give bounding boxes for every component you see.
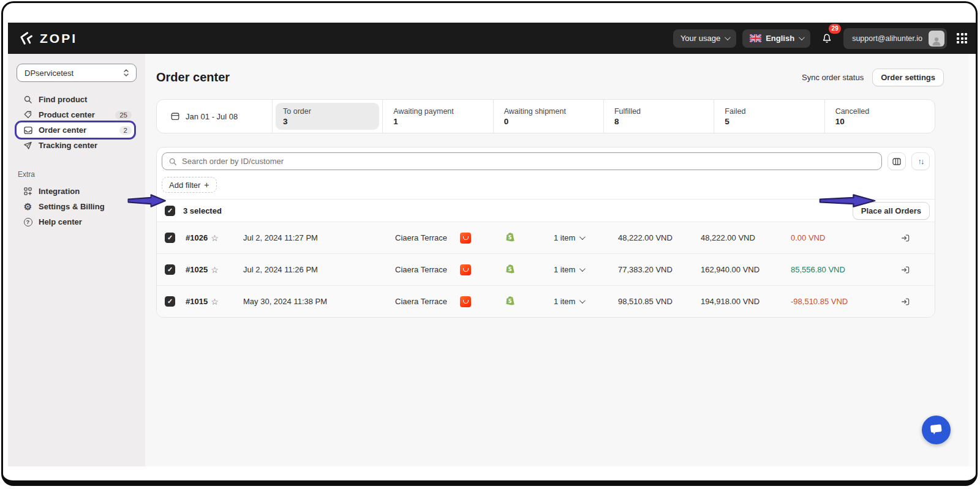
row-checkbox[interactable]: ✓ — [165, 296, 175, 307]
order-cost: 98,510.85 VND — [618, 297, 701, 306]
tab-awaiting-shipment[interactable]: Awaiting shipment 0 — [493, 100, 603, 133]
order-profit: 0.00 VND — [791, 233, 894, 242]
items-dropdown[interactable]: 1 item — [554, 233, 618, 242]
calendar-icon — [170, 111, 180, 121]
chevron-down-icon — [725, 34, 731, 40]
order-date: Jul 2, 2024 11:27 PM — [243, 233, 395, 242]
sidebar-item-order-center[interactable]: Order center 2 — [17, 122, 137, 138]
account-menu[interactable]: support@alihunter.io — [843, 28, 947, 49]
your-usage-dropdown[interactable]: Your usage — [673, 29, 736, 48]
store-selector[interactable]: DPservicetest — [17, 64, 137, 82]
svg-text:S: S — [508, 298, 512, 304]
open-order-button[interactable] — [898, 297, 913, 307]
select-all-checkbox[interactable]: ✓ — [165, 206, 175, 216]
sidebar-item-find-product[interactable]: Find product — [17, 92, 137, 107]
selected-count-label: 3 selected — [183, 206, 222, 215]
notifications-button[interactable]: 29 — [816, 29, 837, 48]
main-content: Order center Sync order status Order set… — [145, 54, 977, 466]
order-id: #1015 — [186, 297, 208, 306]
sidebar-item-integration[interactable]: Integration — [17, 184, 137, 199]
aliexpress-icon — [460, 264, 471, 275]
sync-order-status-link[interactable]: Sync order status — [802, 73, 864, 82]
star-icon[interactable]: ☆ — [211, 297, 219, 307]
sidebar-item-label: Order center — [39, 125, 114, 135]
sort-button[interactable]: ↑↓ — [911, 152, 930, 170]
sidebar-extra-nav: Integration ⚙ Settings & Billing ? Help … — [17, 184, 137, 230]
apps-grid-icon[interactable] — [957, 33, 967, 43]
columns-icon — [892, 157, 902, 166]
row-checkbox[interactable]: ✓ — [165, 264, 175, 275]
send-icon — [23, 141, 33, 150]
columns-toggle-button[interactable] — [888, 152, 906, 170]
chat-widget-button[interactable] — [922, 416, 951, 444]
tab-failed[interactable]: Failed 5 — [714, 100, 824, 133]
zopi-logo-icon — [18, 30, 34, 47]
items-dropdown[interactable]: 1 item — [554, 297, 618, 306]
order-settings-button[interactable]: Order settings — [872, 69, 944, 86]
row-checkbox[interactable]: ✓ — [165, 233, 175, 243]
topbar: ZOPI Your usage English — [8, 23, 977, 54]
status-tabs-card: Jan 01 - Jul 08 To order 3 Awaiting paym… — [156, 99, 935, 133]
scrollbar-track[interactable] — [968, 54, 977, 466]
items-dropdown[interactable]: 1 item — [554, 265, 618, 274]
open-order-button[interactable] — [898, 233, 913, 243]
date-range-picker[interactable]: Jan 01 - Jul 08 — [157, 100, 272, 133]
order-total: 194,918.00 VND — [701, 297, 791, 306]
screenshot: ZOPI Your usage English — [0, 0, 980, 489]
question-circle-icon: ? — [23, 218, 33, 226]
sidebar: DPservicetest Find product — [8, 54, 145, 466]
order-id: #1026 — [186, 233, 208, 242]
order-total: 162,940.00 VND — [701, 265, 791, 274]
orders-table-card: ↑↓ Add filter + ✓ 3 selected Place all O… — [156, 147, 935, 318]
svg-text:S: S — [508, 266, 512, 272]
arrow-into-bracket-icon — [900, 265, 910, 275]
order-cost: 77,383.20 VND — [618, 265, 701, 274]
aliexpress-icon — [460, 233, 471, 244]
sidebar-item-label: Find product — [39, 95, 132, 104]
order-row[interactable]: ✓ #1015☆ May 30, 2024 11:38 PM Ciaera Te… — [157, 285, 935, 317]
place-all-orders-button[interactable]: Place all Orders — [853, 202, 930, 220]
sidebar-item-label: Help center — [39, 217, 132, 226]
svg-text:S: S — [508, 234, 512, 240]
tab-cancelled[interactable]: Cancelled 10 — [824, 100, 935, 133]
your-usage-label: Your usage — [680, 34, 720, 43]
notification-badge: 29 — [829, 24, 841, 34]
chevron-down-icon — [579, 234, 586, 240]
sidebar-item-tracking-center[interactable]: Tracking center — [17, 138, 137, 153]
order-customer: Ciaera Terrace — [395, 297, 460, 306]
shopify-icon: S — [505, 263, 554, 277]
open-order-button[interactable] — [898, 265, 913, 275]
tab-to-order[interactable]: To order 3 — [272, 100, 382, 133]
account-email: support@alihunter.io — [852, 34, 922, 43]
add-filter-button[interactable]: Add filter + — [162, 177, 217, 193]
language-dropdown[interactable]: English — [742, 29, 810, 48]
order-row[interactable]: ✓ #1026☆ Jul 2, 2024 11:27 PM Ciaera Ter… — [157, 222, 935, 253]
order-profit: 85,556.80 VND — [791, 265, 894, 274]
avatar — [929, 31, 944, 47]
zopi-logo: ZOPI — [18, 30, 77, 47]
order-customer: Ciaera Terrace — [395, 265, 460, 274]
shopify-icon: S — [505, 231, 554, 245]
sidebar-item-label: Settings & Billing — [39, 202, 132, 211]
uk-flag-icon — [750, 34, 761, 42]
tab-fulfilled[interactable]: Fulfilled 8 — [603, 100, 714, 133]
sidebar-item-help-center[interactable]: ? Help center — [17, 214, 137, 230]
sidebar-item-settings-billing[interactable]: ⚙ Settings & Billing — [17, 199, 137, 214]
star-icon[interactable]: ☆ — [211, 265, 219, 275]
sort-icon: ↑↓ — [918, 157, 924, 166]
chat-bubble-icon — [929, 422, 944, 438]
app-body: DPservicetest Find product — [8, 54, 977, 466]
star-icon[interactable]: ☆ — [211, 233, 219, 243]
integration-icon — [23, 187, 33, 196]
chevron-down-icon — [579, 297, 586, 304]
arrow-into-bracket-icon — [900, 297, 910, 307]
tab-awaiting-payment[interactable]: Awaiting payment 1 — [382, 100, 492, 133]
gear-icon: ⚙ — [23, 202, 33, 211]
search-input[interactable] — [182, 157, 875, 166]
shopify-icon: S — [505, 295, 554, 308]
topbar-actions: Your usage English — [673, 28, 967, 49]
order-row[interactable]: ✓ #1025☆ Jul 2, 2024 11:26 PM Ciaera Ter… — [157, 253, 935, 285]
sidebar-item-product-center[interactable]: Product center 25 — [17, 107, 137, 122]
order-date: Jul 2, 2024 11:26 PM — [243, 265, 395, 274]
search-icon — [23, 95, 33, 104]
